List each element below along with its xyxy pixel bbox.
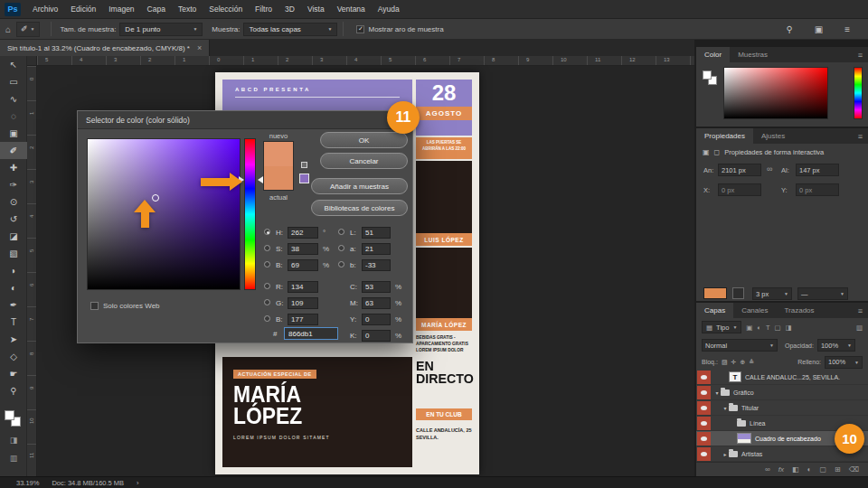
lock-all-icon[interactable]: ≙ (749, 359, 754, 366)
color-gradient-field[interactable] (723, 67, 828, 119)
zoom-tool[interactable]: ⚲ (0, 382, 27, 399)
field-b[interactable]: 177 (288, 314, 318, 325)
menu-capa[interactable]: Capa (141, 0, 172, 19)
show-ring-checkbox[interactable]: ✓ (356, 25, 364, 33)
field-k[interactable]: 0 (362, 330, 391, 342)
tab-layers[interactable]: Capas (696, 303, 733, 318)
menu-3d[interactable]: 3D (278, 0, 301, 19)
width-field[interactable]: 2101 px (718, 164, 761, 176)
folder-icon[interactable] (729, 405, 738, 411)
layer-visibility-toggle[interactable] (697, 417, 711, 430)
menu-vista[interactable]: Vista (301, 0, 331, 19)
brush-tool[interactable]: ✑ (0, 176, 27, 193)
menu-ayuda[interactable]: Ayuda (372, 0, 406, 19)
tool-preset-dropdown[interactable]: ✐▼ (16, 22, 40, 37)
layer-filter-dropdown[interactable]: ▦ Tipo ▼ (702, 321, 741, 333)
tab-swatches[interactable]: Muestras (730, 47, 776, 62)
tab-channels[interactable]: Canales (733, 303, 776, 318)
field-a[interactable]: 21 (362, 243, 391, 255)
radio-g[interactable] (264, 299, 270, 305)
opacity-field[interactable]: 100%▼ (817, 339, 855, 352)
crop-tool[interactable]: ▣ (0, 125, 27, 142)
tab-paths[interactable]: Trazados (776, 303, 822, 318)
close-tab-icon[interactable]: × (197, 43, 202, 52)
radio-r[interactable] (264, 283, 270, 289)
dodge-tool[interactable]: ◐ (0, 279, 27, 296)
color-libraries-button[interactable]: Bibliotecas de colores (311, 200, 408, 216)
zoom-level[interactable]: 33.19% (16, 479, 39, 487)
web-color-cube-icon[interactable] (301, 162, 307, 168)
layer-titular[interactable]: ▾Titular (696, 400, 868, 416)
ok-button[interactable]: OK (320, 132, 408, 148)
layer-visibility-toggle[interactable] (697, 386, 711, 399)
blur-tool[interactable]: ◗ (0, 262, 27, 279)
menu-seleccion[interactable]: Selección (203, 0, 249, 19)
quick-mask-icon[interactable]: ◨ (0, 436, 27, 445)
filter-shape-icon[interactable]: ▢ (775, 324, 781, 332)
clone-stamp-tool[interactable]: ⊙ (0, 193, 27, 211)
layer-grafico[interactable]: ▾Gráfico (696, 385, 868, 400)
text-layer-thumbnail[interactable]: T (729, 371, 741, 382)
radio-l[interactable] (338, 229, 344, 235)
folder-icon[interactable] (729, 451, 738, 457)
y-field[interactable]: 0 px (796, 183, 839, 196)
workspace-icon[interactable]: ▣ (809, 24, 828, 34)
layer-thumbnail[interactable] (737, 433, 751, 444)
saturation-brightness-field[interactable] (87, 138, 241, 290)
layer-calle-andaluc-25-sevilla[interactable]: TCALLE ANDALUC...25, SEVILLA. (696, 370, 868, 385)
field-l[interactable]: 51 (362, 227, 391, 239)
foreground-background-swatches[interactable] (5, 410, 23, 428)
menu-filtro[interactable]: Filtro (249, 0, 278, 19)
eyedropper-tool[interactable]: ✐ (0, 142, 27, 159)
menu-imagen[interactable]: Imagen (102, 0, 140, 19)
radio-a[interactable] (338, 245, 344, 251)
stroke-color-swatch[interactable] (732, 287, 744, 299)
web-safe-color-chip[interactable] (299, 174, 309, 183)
menu-ventana[interactable]: Ventana (331, 0, 372, 19)
field-b[interactable]: 69 (288, 259, 318, 271)
link-layers-icon[interactable]: ∞ (765, 465, 770, 474)
path-selection-tool[interactable]: ➤ (0, 331, 27, 348)
lasso-tool[interactable]: ∿ (0, 90, 27, 108)
stroke-style-dropdown[interactable]: —▼ (797, 287, 848, 300)
fill-color-swatch[interactable] (703, 287, 727, 299)
layer-cuadro-de-encabezado[interactable]: Cuadro de encabezado10 (696, 431, 868, 446)
shape-tool[interactable]: ◇ (0, 348, 27, 365)
filter-adjustment-icon[interactable]: ◐ (757, 324, 761, 332)
field-g[interactable]: 109 (288, 297, 318, 309)
fill-field[interactable]: 100%▼ (825, 356, 863, 369)
new-group-icon[interactable]: ▢ (819, 465, 826, 474)
layer-visibility-toggle[interactable] (697, 371, 711, 384)
gradient-tool[interactable]: ▧ (0, 245, 27, 262)
panel-menu-icon[interactable]: ≡ (853, 303, 868, 318)
move-tool[interactable]: ↖ (0, 56, 27, 73)
delete-layer-icon[interactable]: ⌫ (849, 465, 859, 474)
field-r[interactable]: 134 (288, 281, 318, 293)
field-b[interactable]: -33 (362, 259, 391, 271)
expand-caret-icon[interactable]: ▾ (722, 405, 729, 411)
field-m[interactable]: 63 (362, 297, 391, 309)
tab-properties[interactable]: Propiedades (696, 128, 753, 144)
cancel-button[interactable]: Cancelar (320, 153, 408, 169)
lock-paint-icon[interactable]: ✛ (731, 359, 737, 366)
sample-dropdown[interactable]: Todas las capas▼ (243, 23, 337, 36)
layer-visibility-toggle[interactable] (697, 401, 711, 415)
panel-menu-icon[interactable]: ≡ (853, 47, 868, 62)
stroke-width-dropdown[interactable]: 3 px▼ (752, 287, 792, 300)
filter-smartobject-icon[interactable]: ◨ (786, 324, 792, 332)
layer-effects-icon[interactable]: fx (778, 465, 784, 474)
pen-tool[interactable]: ✒ (0, 296, 27, 314)
lock-transparency-icon[interactable]: ▨ (722, 359, 728, 366)
filter-type-icon[interactable]: T (766, 324, 770, 332)
panel-menu-icon[interactable]: ≡ (853, 128, 868, 144)
home-icon[interactable]: ⌂ (0, 24, 16, 34)
radio-b[interactable] (338, 261, 344, 267)
tab-adjustments[interactable]: Ajustes (753, 128, 793, 144)
expand-caret-icon[interactable]: ▾ (713, 389, 721, 396)
healing-brush-tool[interactable]: ✚ (0, 159, 27, 176)
tab-color[interactable]: Color (696, 47, 730, 62)
foreground-color-swatch[interactable] (703, 70, 712, 80)
adjustment-layer-icon[interactable]: ◐ (807, 465, 812, 474)
marquee-tool[interactable]: ▭ (0, 73, 27, 90)
radio-b[interactable] (264, 261, 270, 267)
